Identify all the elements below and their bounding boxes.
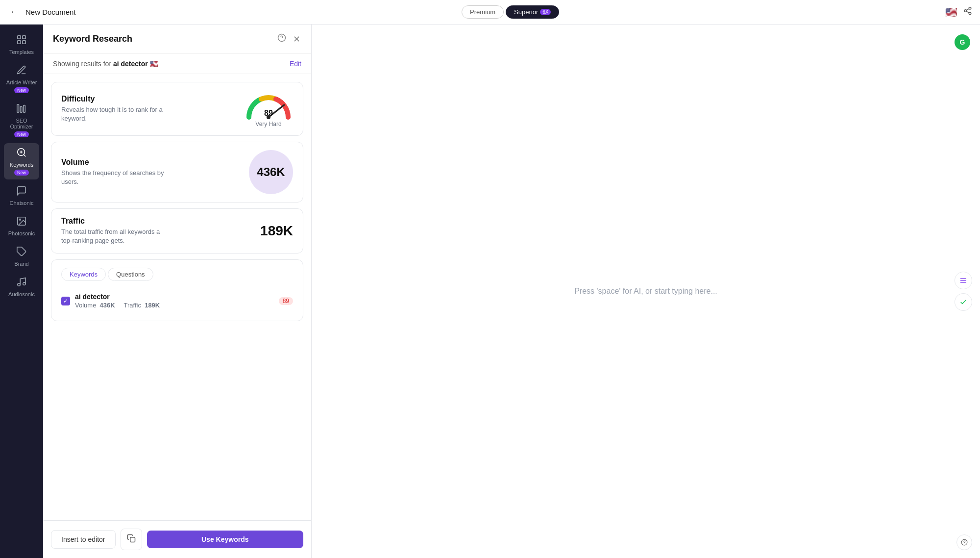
grammarly-icon[interactable]: G — [955, 34, 970, 50]
templates-label: Templates — [9, 49, 34, 55]
sidebar-item-templates[interactable]: Templates — [4, 30, 39, 59]
volume-title: Volume — [61, 158, 169, 167]
check-float-button[interactable] — [955, 293, 972, 311]
brand-icon — [16, 246, 27, 259]
svg-point-19 — [18, 283, 21, 286]
chatsonic-icon — [16, 185, 27, 199]
seo-badge: New — [14, 131, 29, 137]
topbar-right: 🇺🇸 — [945, 6, 972, 18]
traffic-description: The total traffic from all keywords a to… — [61, 228, 169, 245]
keywords-badge: New — [14, 170, 29, 176]
difficulty-gauge: 89 — [244, 90, 293, 120]
editor-placeholder: Press 'space' for AI, or start typing he… — [574, 287, 717, 296]
photosonic-icon — [16, 216, 27, 229]
svg-rect-10 — [20, 106, 22, 112]
keywords-tab-row: Keywords Questions — [61, 268, 293, 281]
panel-title: Keyword Research — [53, 34, 132, 44]
svg-point-20 — [23, 282, 26, 285]
sidebar-item-article-writer[interactable]: Article Writer New — [4, 61, 39, 97]
flag-emoji: 🇺🇸 — [150, 60, 158, 68]
tab-questions[interactable]: Questions — [108, 268, 153, 281]
difficulty-title: Difficulty — [61, 95, 169, 103]
traffic-text: Traffic The total traffic from all keywo… — [61, 217, 169, 245]
templates-icon — [16, 34, 27, 48]
keyword-score-badge: 89 — [279, 297, 293, 305]
svg-rect-5 — [18, 36, 21, 39]
article-writer-icon — [16, 65, 27, 78]
sidebar-item-chatsonic[interactable]: Chatsonic — [4, 181, 39, 210]
copy-button[interactable] — [121, 529, 142, 550]
topbar-left: ← New Document — [8, 5, 76, 19]
difficulty-text: Difficulty Reveals how tough it is to ra… — [61, 95, 169, 123]
topbar: ← New Document Premium Superior 6X 🇺🇸 — [0, 0, 980, 25]
svg-line-13 — [24, 154, 25, 156]
panel-footer: Insert to editor Use Keywords — [43, 520, 311, 558]
svg-rect-6 — [23, 36, 25, 39]
flag-icon: 🇺🇸 — [945, 6, 957, 18]
svg-point-17 — [19, 219, 21, 220]
seo-icon — [16, 103, 27, 116]
sidebar-item-seo-optimizer[interactable]: SEO Optimizer New — [4, 99, 39, 141]
editor-area[interactable]: Press 'space' for AI, or start typing he… — [312, 25, 980, 558]
svg-rect-26 — [130, 537, 135, 542]
svg-rect-11 — [24, 105, 25, 113]
back-button[interactable]: ← — [8, 5, 21, 19]
panel-content: Difficulty Reveals how tough it is to ra… — [43, 74, 311, 520]
svg-rect-8 — [23, 41, 25, 44]
insert-to-editor-button[interactable]: Insert to editor — [51, 530, 116, 549]
sidebar-item-photosonic[interactable]: Photosonic — [4, 212, 39, 240]
share-button[interactable] — [963, 6, 972, 18]
seo-label: SEO Optimizer — [6, 118, 37, 129]
help-button[interactable] — [956, 534, 972, 550]
menu-float-button[interactable] — [955, 272, 972, 289]
keyword-meta: Volume 436K Traffic 189K — [75, 302, 160, 309]
tab-keywords[interactable]: Keywords — [61, 268, 106, 281]
svg-point-1 — [964, 10, 967, 12]
brand-label: Brand — [14, 261, 28, 267]
svg-line-4 — [966, 9, 969, 10]
topbar-tabs: Premium Superior 6X — [462, 5, 559, 19]
sidebar: Templates Article Writer New SEO Optimiz… — [0, 25, 43, 558]
traffic-title: Traffic — [61, 217, 169, 226]
sidebar-item-audiosonic[interactable]: Audiosonic — [4, 273, 39, 301]
subheader-text: Showing results for ai detector 🇺🇸 — [53, 60, 158, 68]
keyword-research-panel: Keyword Research ✕ Showing results for a… — [43, 25, 312, 558]
tab-superior[interactable]: Superior 6X — [506, 5, 559, 19]
close-panel-button[interactable]: ✕ — [292, 33, 301, 46]
panel-header: Keyword Research ✕ — [43, 25, 311, 54]
sidebar-item-keywords[interactable]: Keywords New — [4, 143, 39, 179]
panel-header-icons: ✕ — [276, 32, 301, 46]
audiosonic-label: Audiosonic — [8, 291, 35, 297]
svg-rect-7 — [18, 41, 21, 44]
difficulty-label: Very Hard — [255, 121, 281, 127]
svg-point-0 — [969, 7, 971, 10]
volume-text: Volume Shows the frequency of searches b… — [61, 158, 169, 186]
svg-text:89: 89 — [264, 109, 273, 117]
keyword-checkbox[interactable]: ✓ — [61, 297, 70, 305]
panel-subheader: Showing results for ai detector 🇺🇸 Edit — [43, 54, 311, 74]
photosonic-label: Photosonic — [8, 230, 35, 236]
gauge-container: 89 Very Hard — [244, 90, 293, 127]
keywords-icon — [16, 147, 27, 160]
difficulty-card: Difficulty Reveals how tough it is to ra… — [51, 82, 303, 136]
keyword-left: ✓ ai detector Volume 436K Traffic 189K — [61, 293, 160, 309]
main-layout: Templates Article Writer New SEO Optimiz… — [0, 25, 980, 558]
volume-description: Shows the frequency of searches by users… — [61, 169, 169, 186]
tab-premium[interactable]: Premium — [462, 5, 504, 19]
keywords-section-card: Keywords Questions ✓ ai detector Volume … — [51, 259, 303, 321]
difficulty-description: Reveals how tough it is to rank for a ke… — [61, 105, 169, 123]
traffic-value: 189K — [260, 223, 293, 239]
keyword-info: ai detector Volume 436K Traffic 189K — [75, 293, 160, 309]
use-keywords-button[interactable]: Use Keywords — [147, 531, 304, 548]
sidebar-item-brand[interactable]: Brand — [4, 242, 39, 271]
traffic-card: Traffic The total traffic from all keywo… — [51, 208, 303, 254]
edit-link[interactable]: Edit — [290, 60, 301, 68]
document-title: New Document — [25, 8, 76, 16]
article-writer-badge: New — [14, 87, 29, 93]
svg-rect-9 — [17, 104, 19, 113]
superior-badge: 6X — [540, 9, 551, 15]
svg-line-3 — [966, 11, 969, 13]
keyword-name: ai detector — [75, 293, 160, 301]
help-icon-button[interactable] — [276, 32, 287, 46]
right-float-buttons — [955, 272, 972, 311]
